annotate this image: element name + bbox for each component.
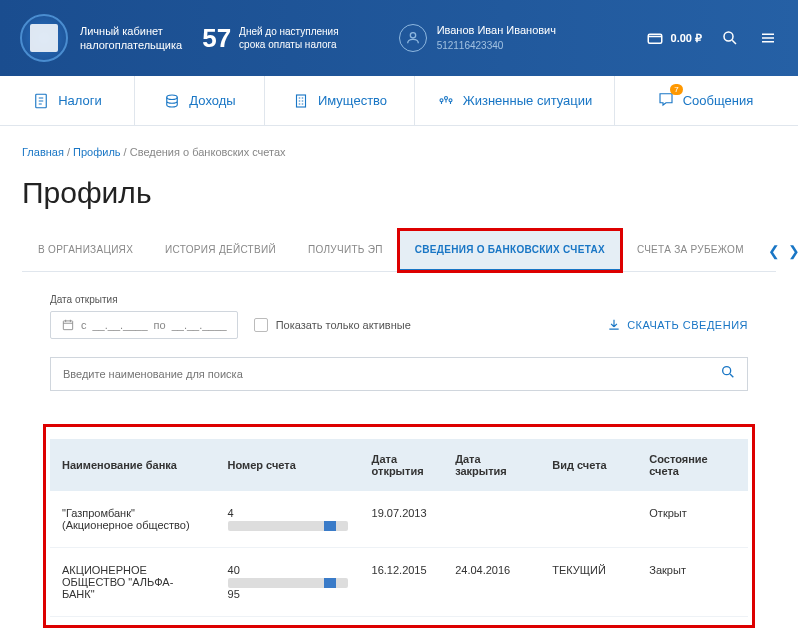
message-icon: [657, 90, 675, 111]
cell-type: [540, 491, 637, 548]
search-input[interactable]: [50, 357, 748, 391]
tab-bank-accounts[interactable]: СВЕДЕНИЯ О БАНКОВСКИХ СЧЕТАХ: [399, 230, 621, 271]
building-icon: [292, 92, 310, 110]
tab-organizations[interactable]: В ОРГАНИЗАЦИЯХ: [22, 230, 149, 271]
cell-open: 19.07.2013: [360, 491, 444, 548]
cell-bank: АКЦИОНЕРНОЕ ОБЩЕСТВО "АЛЬФА-БАНК": [50, 548, 216, 617]
cell-account: 4095: [216, 548, 360, 617]
th-bank[interactable]: Наименование банка: [50, 439, 216, 491]
days-text: Дней до наступлениясрока оплаты налога: [239, 25, 339, 51]
user-avatar-icon: [399, 24, 427, 52]
active-only-checkbox[interactable]: Показать только активные: [254, 318, 411, 332]
cell-close: [443, 491, 540, 548]
th-state[interactable]: Состояние счета: [637, 439, 748, 491]
svg-rect-9: [63, 321, 72, 330]
nav-label: Сообщения: [683, 93, 754, 108]
cell-state: Открыт: [637, 491, 748, 548]
search-wrap: [50, 357, 748, 391]
svg-point-0: [410, 33, 415, 38]
download-link[interactable]: СКАЧАТЬ СВЕДЕНИЯ: [607, 318, 748, 332]
accounts-table-wrap: Наименование банка Номер счета Дата откр…: [50, 431, 748, 621]
breadcrumb-root[interactable]: Главная: [22, 146, 64, 158]
breadcrumb-current: Сведения о банковских счетах: [130, 146, 286, 158]
tab-scroll-left[interactable]: ❮: [768, 243, 780, 259]
user-name: Иванов Иван Иванович: [437, 23, 556, 38]
table-row[interactable]: АКЦИОНЕРНОЕ ОБЩЕСТВО "АЛЬФА-БАНК" 4095 1…: [50, 548, 748, 617]
accounts-table: Наименование банка Номер счета Дата откр…: [50, 439, 748, 617]
logo-emblem-icon: [20, 14, 68, 62]
tabs-bar: В ОРГАНИЗАЦИЯХ ИСТОРИЯ ДЕЙСТВИЙ ПОЛУЧИТЬ…: [22, 230, 776, 272]
cell-open: 16.12.2015: [360, 548, 444, 617]
checkbox-icon: [254, 318, 268, 332]
filter-section: Дата открытия с __.__.____ по __.__.____…: [22, 272, 776, 339]
logo-block[interactable]: Личный кабинетналогоплательщика: [20, 14, 182, 62]
svg-point-2: [724, 32, 733, 41]
th-type[interactable]: Вид счета: [540, 439, 637, 491]
svg-point-4: [167, 95, 178, 100]
nav-label: Налоги: [58, 93, 102, 108]
th-close[interactable]: Дата закрытия: [443, 439, 540, 491]
app-header: Личный кабинетналогоплательщика 57 Дней …: [0, 0, 798, 76]
breadcrumb: Главная / Профиль / Сведения о банковски…: [22, 146, 776, 158]
tab-history[interactable]: ИСТОРИЯ ДЕЙСТВИЙ: [149, 230, 292, 271]
date-range-input[interactable]: с __.__.____ по __.__.____: [50, 311, 238, 339]
nav-property[interactable]: Имущество: [265, 76, 415, 125]
date-open-label: Дата открытия: [50, 294, 748, 305]
days-number: 57: [202, 23, 231, 54]
tab-scroll-right[interactable]: ❯: [788, 243, 798, 259]
cell-state: Закрыт: [637, 548, 748, 617]
svg-rect-5: [296, 95, 305, 107]
header-title: Личный кабинетналогоплательщика: [80, 24, 182, 53]
nav-income[interactable]: Доходы: [135, 76, 265, 125]
cell-account: 4: [216, 491, 360, 548]
svg-point-8: [449, 98, 452, 101]
tab-foreign-accounts[interactable]: СЧЕТА ЗА РУБЕЖОМ: [621, 230, 760, 271]
svg-point-6: [444, 96, 447, 99]
menu-icon[interactable]: [758, 28, 778, 48]
tab-get-ep[interactable]: ПОЛУЧИТЬ ЭП: [292, 230, 399, 271]
document-icon: [32, 92, 50, 110]
download-icon: [607, 318, 621, 332]
user-id: 512116423340: [437, 39, 556, 53]
cell-close: 24.04.2016: [443, 548, 540, 617]
nav-taxes[interactable]: Налоги: [0, 76, 135, 125]
wallet-balance[interactable]: 0.00 ₽: [645, 28, 702, 48]
nav-situations[interactable]: Жизненные ситуации: [415, 76, 615, 125]
page-title: Профиль: [22, 176, 776, 210]
table-row[interactable]: "Газпромбанк" (Акционерное общество) 4 1…: [50, 491, 748, 548]
th-account[interactable]: Номер счета: [216, 439, 360, 491]
coins-icon: [163, 92, 181, 110]
cell-type: ТЕКУЩИЙ: [540, 548, 637, 617]
th-open[interactable]: Дата открытия: [360, 439, 444, 491]
calendar-icon: [61, 318, 75, 332]
svg-point-10: [723, 367, 731, 375]
search-icon[interactable]: [720, 28, 740, 48]
people-icon: [437, 92, 455, 110]
nav-label: Жизненные ситуации: [463, 93, 593, 108]
nav-label: Доходы: [189, 93, 235, 108]
svg-rect-1: [648, 34, 662, 43]
svg-point-7: [440, 98, 443, 101]
nav-messages[interactable]: Сообщения: [615, 76, 795, 125]
breadcrumb-profile[interactable]: Профиль: [73, 146, 121, 158]
redacted-icon: [228, 578, 348, 588]
days-countdown: 57 Дней до наступлениясрока оплаты налог…: [202, 23, 338, 54]
search-icon[interactable]: [720, 364, 736, 384]
table-header-row: Наименование банка Номер счета Дата откр…: [50, 439, 748, 491]
redacted-icon: [228, 521, 348, 531]
main-nav: Налоги Доходы Имущество Жизненные ситуац…: [0, 76, 798, 126]
nav-label: Имущество: [318, 93, 387, 108]
balance-amount: 0.00 ₽: [671, 32, 702, 45]
wallet-icon: [645, 28, 665, 48]
user-block[interactable]: Иванов Иван Иванович 512116423340: [399, 23, 556, 52]
cell-bank: "Газпромбанк" (Акционерное общество): [50, 491, 216, 548]
